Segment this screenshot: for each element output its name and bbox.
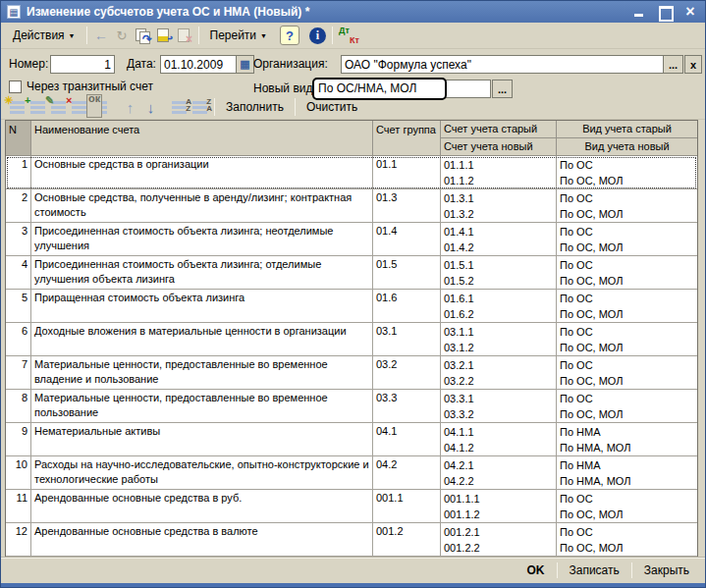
cell-accounts: 001.1.1001.1.2 <box>441 490 557 522</box>
cell-types: По ОСПо ОС, МОЛ <box>557 490 697 522</box>
cell-name: Материальные ценности, предоставленные в… <box>31 390 373 422</box>
cell-accounts: 01.6.101.6.2 <box>441 290 557 322</box>
transit-account-checkbox[interactable] <box>9 80 22 93</box>
cell-n: 4 <box>6 256 31 289</box>
organization-clear-button[interactable]: x <box>684 55 702 74</box>
move-down-icon[interactable]: ↓ <box>140 97 161 117</box>
number-label: Номер: <box>9 55 48 74</box>
table-header: N Наименование счета Счет группа Счет уч… <box>6 121 697 156</box>
chevron-down-icon: ▼ <box>260 32 267 39</box>
star-glyph: ✳ <box>4 94 13 107</box>
cell-types: По ОСПо ОС, МОЛ <box>557 290 697 322</box>
rows-glyph: ✎ <box>51 101 66 114</box>
cell-group: 03.3 <box>373 390 441 422</box>
table-row[interactable]: 11Арендованные основные средства в руб.0… <box>6 490 697 523</box>
rows-glyph: ок <box>92 101 107 114</box>
date-field[interactable] <box>160 55 237 74</box>
cell-accounts: 001.2.1001.2.2 <box>441 523 557 556</box>
goto-menu-button[interactable]: Перейти ▼ <box>203 26 275 45</box>
sort-ascending-icon[interactable]: AZ <box>169 97 190 117</box>
sort-descending-icon[interactable]: ZA <box>190 97 210 117</box>
header-type-old-new: Вид учета старый Вид учета новый <box>557 121 697 156</box>
rows-glyph: × <box>72 101 86 114</box>
info-icon[interactable]: i <box>307 26 328 45</box>
table-row[interactable]: 2Основные средства, полученные в аренду/… <box>6 189 697 223</box>
cell-n: 11 <box>6 490 31 522</box>
cell-types: По ОСПо ОС, МОЛ <box>557 356 697 389</box>
close-window-button[interactable]: Закрыть <box>632 563 701 577</box>
rows-glyph: ZA <box>192 101 207 114</box>
table-row[interactable]: 12Арендованные основные средства в валют… <box>6 523 697 557</box>
maximize-button[interactable] <box>658 5 672 19</box>
pages-glyph: ↷ <box>136 28 149 42</box>
ok-glyph: ок <box>86 94 102 118</box>
cell-types: По НМАПо НМА, МОЛ <box>557 456 697 489</box>
commit-row-icon[interactable]: ок <box>89 97 110 117</box>
cell-accounts: 01.1.101.1.2 <box>441 156 557 188</box>
table-row[interactable]: 6Доходные вложения в материальные ценнос… <box>6 323 697 356</box>
save-button[interactable]: Записать <box>558 563 631 577</box>
table-row[interactable]: 8Материальные ценности, предоставленные … <box>6 390 697 423</box>
credit-glyph: Кт <box>350 35 359 45</box>
cell-n: 8 <box>6 390 31 422</box>
table-row[interactable]: 5Приращенная стоимость объекта лизинга01… <box>6 290 697 323</box>
debit-credit-icon[interactable]: Дт Кт <box>337 26 360 45</box>
up-arrow-glyph: ↑ <box>127 99 135 116</box>
organization-label: Организация: <box>253 55 328 74</box>
cell-n: 5 <box>6 290 31 322</box>
down-arrow-glyph: ↓ <box>147 99 155 116</box>
ok-button[interactable]: OK <box>516 563 557 577</box>
cell-accounts: 04.1.104.1.2 <box>441 423 557 455</box>
toolbar-separator <box>198 27 199 44</box>
footer-bar: OK Записать Закрыть <box>1 557 705 583</box>
cell-accounts: 04.2.104.2.2 <box>441 456 557 489</box>
debit-glyph: Дт <box>339 26 350 35</box>
cell-group: 04.2 <box>373 456 441 489</box>
window-controls: × <box>632 5 697 19</box>
cell-n: 6 <box>6 323 31 355</box>
grid-body: 1Основные средства в организации01.101.1… <box>6 156 697 558</box>
toolbar-separator <box>86 27 87 44</box>
move-up-icon[interactable]: ↑ <box>120 97 140 117</box>
table-toolbar: ✳ + ✎ × ок ↑ ↓ AZ ZA Заполнить Очистить <box>1 95 705 120</box>
question-glyph: ? <box>286 28 294 43</box>
table-row[interactable]: 4Присоединенная стоимость объекта лизинг… <box>6 256 697 290</box>
table-row[interactable]: 3Присоединенная стоимость объекта лизинг… <box>6 223 697 256</box>
cell-name: Материальные ценности, предоставленные в… <box>31 356 373 389</box>
refresh-icon[interactable]: ↻ <box>112 26 133 45</box>
mark-deletion-icon[interactable]: × <box>174 26 194 45</box>
number-field[interactable] <box>50 55 115 74</box>
toolbar-separator <box>295 98 296 116</box>
cell-name: Расходы на научно-исследовательские, опы… <box>31 456 373 489</box>
actions-menu-button[interactable]: Действия ▼ <box>6 26 82 45</box>
cell-accounts: 01.4.101.4.2 <box>441 223 557 255</box>
organization-lookup-button[interactable]: ... <box>663 55 683 74</box>
toolbar-separator <box>332 27 333 44</box>
cell-n: 3 <box>6 223 31 255</box>
form-area: Номер: Дата: ▦ Организация: ... x Через … <box>1 49 705 95</box>
cell-name: Основные средства в организации <box>31 156 373 188</box>
table-row[interactable]: 1Основные средства в организации01.101.1… <box>6 156 697 189</box>
close-button[interactable]: × <box>683 5 697 19</box>
cell-n: 10 <box>6 456 31 489</box>
fill-document-icon[interactable]: ↩ <box>153 26 174 45</box>
copy-document-icon[interactable]: ↷ <box>133 26 153 45</box>
titlebar: ▦ Изменение субсчетов учета ОС и НМА (Но… <box>1 1 705 23</box>
table-row[interactable]: 7Материальные ценности, предоставленные … <box>6 356 697 390</box>
help-icon[interactable]: ? <box>280 26 299 45</box>
back-icon[interactable]: ← <box>91 26 112 45</box>
cell-name: Доходные вложения в материальные ценност… <box>31 323 373 355</box>
fill-button[interactable]: Заполнить <box>219 97 291 117</box>
calendar-button[interactable]: ▦ <box>236 55 254 74</box>
minimize-button[interactable] <box>632 5 646 19</box>
table-row[interactable]: 9Нематериальные активы04.104.1.104.1.2По… <box>6 423 697 456</box>
header-account-name: Наименование счета <box>31 121 373 156</box>
fill-arrow-glyph: ↩ <box>164 32 173 45</box>
table-row[interactable]: 10Расходы на научно-исследовательские, о… <box>6 456 697 490</box>
header-account-group: Счет группа <box>373 121 441 156</box>
cell-group: 04.1 <box>373 423 441 455</box>
organization-field[interactable] <box>341 55 664 74</box>
cell-types: По ОСПо ОС, МОЛ <box>557 189 697 222</box>
clear-button[interactable]: Очистить <box>299 97 364 117</box>
cell-types: По ОСПо ОС, МОЛ <box>557 223 697 255</box>
